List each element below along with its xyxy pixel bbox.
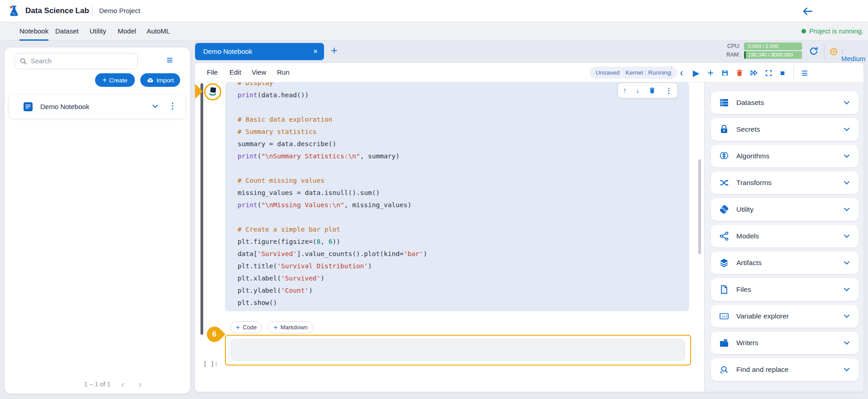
add-code-label: Code xyxy=(243,324,257,331)
file-sidebar: ≡ + Create Import Demo Notebook ⋮ 1 – 1 … xyxy=(5,48,190,394)
chevron-down-icon[interactable] xyxy=(152,103,159,110)
delete-cell-button[interactable] xyxy=(734,67,745,79)
cell-more-menu-icon[interactable]: ⋮ xyxy=(665,86,672,95)
chevron-down-icon xyxy=(843,152,850,160)
search-box[interactable] xyxy=(14,53,138,69)
variable-icon: (x) xyxy=(719,311,729,321)
fast-forward-icon xyxy=(749,68,758,77)
refresh-resources-icon[interactable] xyxy=(808,46,819,57)
kernel-status-badge: Kernel : Running xyxy=(620,66,677,79)
notebook-menubar: File Edit View Run Unsaved Kernel : Runn… xyxy=(195,63,863,82)
trash-icon xyxy=(649,87,656,94)
panel-item-variable-explorer[interactable]: (x) Variable explorer xyxy=(711,305,858,328)
status-dot-icon xyxy=(801,29,806,33)
tab-label: Demo Notebook xyxy=(203,48,252,55)
tab-demo-notebook[interactable]: Demo Notebook × xyxy=(195,43,324,60)
delete-cell-icon[interactable] xyxy=(649,87,656,94)
panel-item-transforms[interactable]: Transforms xyxy=(711,171,858,194)
panel-item-secrets[interactable]: Secrets xyxy=(711,118,858,141)
panel-item-find-replace[interactable]: Find and replace xyxy=(711,358,858,381)
add-cell-button[interactable]: + xyxy=(705,67,716,79)
code-content: # Displayprint(data.head()) # Basic data… xyxy=(225,82,689,309)
create-button[interactable]: + Create xyxy=(95,73,135,87)
prev-cell-button[interactable]: ‹ xyxy=(676,67,687,79)
menu-file[interactable]: File xyxy=(207,68,218,76)
panel-item-files[interactable]: Files xyxy=(711,278,858,301)
chevron-down-icon xyxy=(843,126,850,133)
panel-item-datasets[interactable]: Datasets xyxy=(711,91,858,114)
cpu-usage-pill: 0.000 / 2.000 xyxy=(744,43,802,50)
notebook-item-label: Demo Notebook xyxy=(40,103,89,110)
notebook-tab-strip: Demo Notebook × + CPU: 0.000 / 2.000 RAM… xyxy=(195,41,868,63)
panel-item-utility[interactable]: Utility xyxy=(711,198,858,221)
add-markdown-button[interactable]: + Markdown xyxy=(267,321,314,333)
project-status-text: Project is running. xyxy=(809,27,863,35)
cell-execution-prompt: [ ]: xyxy=(203,360,218,367)
pagination-prev-icon[interactable]: ‹ xyxy=(121,379,124,390)
menu-run[interactable]: Run xyxy=(277,68,290,76)
panel-item-label: Find and replace xyxy=(736,366,788,374)
notebook-file-icon xyxy=(24,102,33,111)
notebook-scrollbar-thumb[interactable] xyxy=(698,159,701,254)
notebook-more-menu[interactable]: ≡ xyxy=(799,67,811,79)
back-arrow-icon[interactable] xyxy=(802,6,814,17)
add-code-button[interactable]: + Code xyxy=(230,321,262,333)
cell-kernel-status-icon[interactable] xyxy=(204,83,221,100)
python-icon xyxy=(719,204,729,214)
nav-tab-automl[interactable]: AutoML xyxy=(147,22,170,41)
new-empty-cell xyxy=(225,335,691,366)
svg-text:(x): (x) xyxy=(722,314,727,318)
chevron-down-icon xyxy=(843,259,850,266)
item-kebab-menu-icon[interactable]: ⋮ xyxy=(168,101,176,111)
find-replace-icon xyxy=(719,365,729,375)
sidebar-item-demo-notebook[interactable]: Demo Notebook ⋮ xyxy=(9,95,186,119)
run-all-button[interactable] xyxy=(748,67,760,79)
import-button[interactable]: Import xyxy=(140,73,180,87)
move-cell-up-icon[interactable]: ↑ xyxy=(623,86,626,95)
chevron-down-icon xyxy=(843,206,850,213)
new-cell-input[interactable] xyxy=(231,339,685,361)
panel-item-label: Transforms xyxy=(736,179,772,187)
move-cell-down-icon[interactable]: ↓ xyxy=(636,86,639,95)
nav-tab-utility[interactable]: Utility xyxy=(90,22,106,41)
nav-tab-model[interactable]: Model xyxy=(118,22,136,41)
screen: { "colors": { "accent_blue": "#1173d4", … xyxy=(0,0,868,399)
panel-item-label: Datasets xyxy=(736,99,764,107)
fullscreen-button[interactable] xyxy=(763,67,774,79)
new-tab-button[interactable]: + xyxy=(331,44,338,57)
panel-item-label: Models xyxy=(736,232,759,240)
network-nodes-icon xyxy=(719,231,729,241)
panel-item-label: Artifacts xyxy=(736,259,762,267)
panel-item-label: Files xyxy=(736,285,751,294)
pagination-next-icon[interactable]: › xyxy=(138,379,142,390)
toolbar-divider-2 xyxy=(793,66,794,80)
notebook-editor-area: 5 # Displayprint(data.head()) # Basic da… xyxy=(195,82,704,392)
chevron-down-icon xyxy=(843,313,850,320)
run-cell-button[interactable]: ▶ xyxy=(690,67,702,79)
plus-icon: + xyxy=(273,323,277,332)
panel-item-label: Writers xyxy=(736,339,758,347)
panel-item-algorithms[interactable]: Algorithms xyxy=(711,145,858,167)
panel-item-writers[interactable]: Writers xyxy=(711,332,858,354)
panel-item-label: Utility xyxy=(736,205,754,214)
menu-view[interactable]: View xyxy=(252,68,266,76)
layers-icon xyxy=(719,258,729,268)
sidebar-menu-icon[interactable]: ≡ xyxy=(167,54,173,66)
notebook-content-row: 5 # Displayprint(data.head()) # Basic da… xyxy=(195,82,863,392)
annotation-badge-6: 6 xyxy=(204,323,225,345)
menu-edit[interactable]: Edit xyxy=(229,68,241,76)
save-notebook-button[interactable] xyxy=(719,67,731,79)
nav-tab-notebook[interactable]: Notebook xyxy=(19,22,48,41)
chevron-down-icon xyxy=(843,366,850,373)
notebook-workspace: File Edit View Run Unsaved Kernel : Runn… xyxy=(195,63,863,392)
panel-item-artifacts[interactable]: Artifacts xyxy=(711,252,858,274)
ram-label: RAM: xyxy=(726,52,740,58)
search-input[interactable] xyxy=(31,57,121,65)
interrupt-kernel-button[interactable]: ■ xyxy=(777,67,788,79)
code-cell[interactable]: # Displayprint(data.head()) # Basic data… xyxy=(225,82,689,311)
tab-close-icon[interactable]: × xyxy=(313,43,318,60)
folder-file-icon xyxy=(719,338,729,348)
cloud-upload-icon xyxy=(147,76,154,84)
nav-tab-dataset[interactable]: Dataset xyxy=(55,22,79,41)
panel-item-models[interactable]: Models xyxy=(711,225,858,247)
